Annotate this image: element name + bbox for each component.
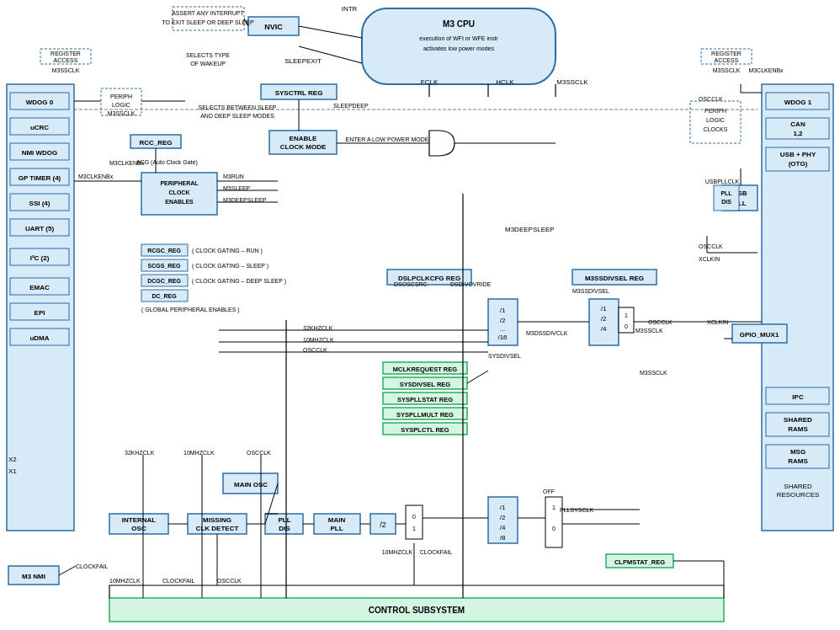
svg-text:/16: /16 [497, 334, 508, 341]
svg-text:PERIPH: PERIPH [110, 93, 132, 99]
svg-text:32KHZCLK: 32KHZCLK [125, 450, 155, 456]
svg-text:( CLOCK GATING – SLEEP ): ( CLOCK GATING – SLEEP ) [192, 263, 268, 270]
svg-text:M3RUN: M3RUN [223, 174, 244, 179]
svg-text:USBPLLCLK: USBPLLCLK [705, 179, 740, 184]
svg-text:/4: /4 [500, 524, 506, 531]
svg-text:GPIO_MUX1: GPIO_MUX1 [740, 331, 779, 339]
svg-text:MISSING: MISSING [203, 516, 231, 524]
svg-text:0: 0 [412, 514, 416, 520]
svg-text:SHARED: SHARED [784, 483, 812, 490]
svg-text:/1: /1 [500, 307, 506, 314]
svg-text:NMI WDOG: NMI WDOG [22, 149, 58, 157]
svg-text:SYSCTRL REG: SYSCTRL REG [275, 89, 323, 97]
svg-text:CONTROL SUBSYSTEM: CONTROL SUBSYSTEM [369, 606, 465, 615]
svg-text:PLL: PLL [720, 190, 732, 196]
svg-text:CLOCKFAIL: CLOCKFAIL [76, 563, 109, 569]
svg-text:MAIN: MAIN [328, 516, 346, 524]
svg-text:DCGC_REG: DCGC_REG [147, 278, 181, 284]
diagram-container: CONTROL SUBSYSTEM WDOG 0 uCRC NMI WDOG G… [0, 0, 840, 630]
svg-text:LOGIC: LOGIC [112, 102, 130, 108]
svg-text:/8: /8 [500, 534, 506, 542]
svg-text:INTERNAL: INTERNAL [122, 516, 157, 524]
svg-text:IPC: IPC [792, 393, 804, 401]
svg-text:TO EXIT SLEEP OR DEEP SLEEP: TO EXIT SLEEP OR DEEP SLEEP [162, 19, 254, 25]
svg-rect-142 [714, 185, 739, 211]
svg-text:SHARED: SHARED [784, 416, 812, 424]
svg-text:0: 0 [552, 526, 556, 531]
svg-text:( CLOCK GATING – DEEP SLEEP ): ( CLOCK GATING – DEEP SLEEP ) [192, 278, 286, 285]
svg-text:10MHZCLK: 10MHZCLK [382, 549, 413, 555]
svg-text:MSG: MSG [790, 448, 805, 456]
svg-text:M3SSDIVSEL: M3SSDIVSEL [572, 288, 609, 294]
svg-text:0: 0 [625, 323, 628, 329]
svg-text:OSCCLK: OSCCLK [247, 450, 271, 456]
svg-text:CLOCKFAIL: CLOCKFAIL [162, 578, 195, 584]
svg-text:USB + PHY: USB + PHY [780, 151, 816, 158]
svg-text:SYSPLLSTAT REG: SYSPLLSTAT REG [397, 396, 453, 403]
svg-text:RAMS: RAMS [788, 425, 808, 433]
svg-text:XCLKIN: XCLKIN [699, 256, 720, 262]
svg-text:DC_REG: DC_REG [152, 293, 177, 299]
svg-text:DSDIVOVRIDE: DSDIVOVRIDE [450, 281, 492, 287]
svg-text:GP TIMER (4): GP TIMER (4) [19, 174, 61, 182]
svg-text:SCGS_REG: SCGS_REG [148, 263, 181, 269]
svg-text:10MHZCLK: 10MHZCLK [109, 578, 141, 584]
svg-text:PERIPH: PERIPH [704, 108, 726, 114]
svg-text:/1: /1 [500, 504, 506, 511]
svg-text:M3SSCLK: M3SSCLK [713, 67, 741, 73]
svg-text:OSC: OSC [131, 525, 146, 532]
svg-text:RCGC_REG: RCGC_REG [147, 248, 181, 254]
svg-text:PLL: PLL [330, 525, 343, 532]
svg-text:OSCCLK: OSCCLK [699, 243, 723, 249]
svg-text:HCLK: HCLK [496, 78, 514, 86]
svg-text:/2: /2 [500, 317, 506, 324]
svg-text:REGISTER: REGISTER [711, 51, 742, 56]
svg-text:MCLKREQUEST REG: MCLKREQUEST REG [393, 366, 457, 373]
svg-text:/2: /2 [380, 521, 386, 529]
svg-text:SYSDIVSEL: SYSDIVSEL [488, 353, 521, 359]
svg-text:SELECTS TYPE: SELECTS TYPE [186, 52, 230, 58]
svg-text:1: 1 [625, 312, 628, 318]
svg-text:MAIN OSC: MAIN OSC [234, 481, 268, 489]
svg-text:SYSDIVSEL REG: SYSDIVSEL REG [400, 381, 450, 388]
svg-text:CLOCK: CLOCK [169, 190, 190, 195]
svg-rect-123 [406, 505, 423, 539]
svg-text:EPI: EPI [35, 309, 45, 317]
svg-text:UART (5): UART (5) [25, 225, 55, 232]
svg-text:ACCESS: ACCESS [715, 57, 739, 63]
svg-text:OFF: OFF [543, 489, 555, 494]
svg-text:OSCCLK: OSCCLK [217, 578, 242, 584]
svg-text:ENABLE: ENABLE [290, 135, 318, 142]
svg-text:NVIC: NVIC [264, 23, 283, 31]
diagram-svg: CONTROL SUBSYSTEM WDOG 0 uCRC NMI WDOG G… [0, 0, 840, 630]
svg-text:/4: /4 [601, 325, 607, 333]
svg-text:CLPMSTAT_REG: CLPMSTAT_REG [614, 558, 665, 566]
svg-text:M3CLKENBx: M3CLKENBx [78, 174, 114, 179]
svg-text:ENTER A LOW POWER MODE: ENTER A LOW POWER MODE [346, 136, 429, 142]
svg-text:RESOURCES: RESOURCES [777, 491, 820, 499]
svg-text:SYSPLLMULT REG: SYSPLLMULT REG [396, 411, 454, 419]
svg-text:INTR: INTR [342, 5, 358, 13]
svg-text:SLEEPDEEP: SLEEPDEEP [333, 103, 369, 109]
svg-text:execution of WFI or WFE instr: execution of WFI or WFE instr [419, 35, 498, 41]
svg-text:X1: X1 [8, 467, 17, 475]
svg-text:M3CLKENBx: M3CLKENBx [748, 67, 784, 73]
svg-text:/1: /1 [601, 305, 607, 312]
svg-text:CAN: CAN [790, 120, 805, 128]
svg-text:1: 1 [552, 505, 556, 510]
svg-text:M3DEEPSLEEP: M3DEEPSLEEP [505, 226, 555, 233]
svg-text:activates low power modes: activates low power modes [423, 45, 495, 52]
svg-text:1,2: 1,2 [793, 130, 803, 137]
svg-text:CLOCKS: CLOCKS [704, 126, 728, 132]
svg-text:REGISTER: REGISTER [51, 51, 81, 56]
svg-text:PLL: PLL [278, 516, 290, 524]
svg-text:M3SSCLK: M3SSCLK [640, 370, 667, 376]
svg-text:M3SSCLK: M3SSCLK [556, 78, 588, 86]
svg-text:ACG  (Auto Clock Gate): ACG (Auto Clock Gate) [136, 159, 198, 166]
svg-text:WDOG 1: WDOG 1 [784, 99, 812, 106]
svg-text:DIS: DIS [279, 525, 290, 532]
svg-text:M3CLKENBx: M3CLKENBx [109, 160, 145, 166]
svg-text:1: 1 [412, 526, 416, 531]
svg-text:SSI (4): SSI (4) [29, 200, 51, 207]
svg-text:DIS: DIS [721, 199, 731, 205]
